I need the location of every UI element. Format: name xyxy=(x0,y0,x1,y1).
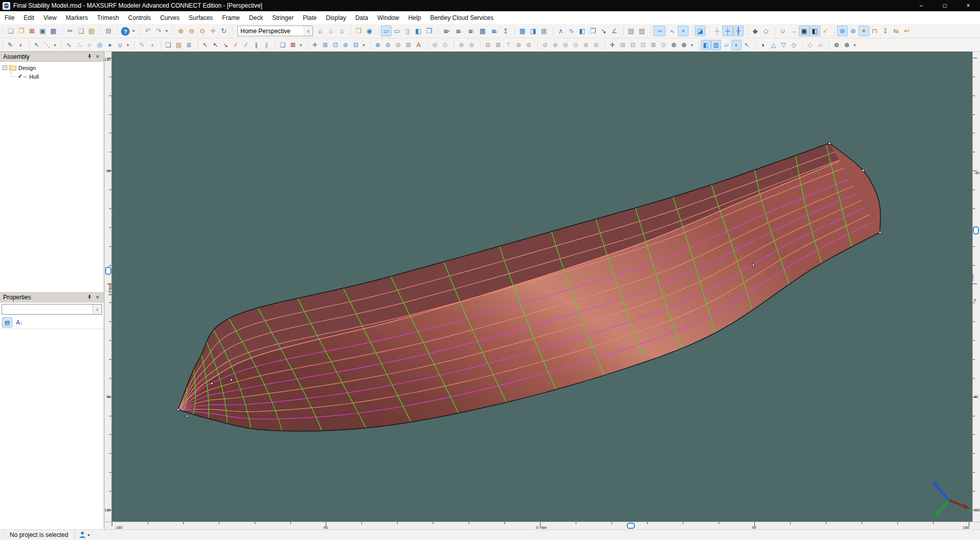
control-point[interactable] xyxy=(186,415,188,417)
menu-edit[interactable]: Edit xyxy=(19,12,39,24)
yaw-ruler[interactable]: -180-900 Yaw90180 xyxy=(105,522,980,529)
control-point[interactable] xyxy=(828,142,830,144)
visibility-flat-button[interactable]: ▱ xyxy=(721,40,731,50)
perspective-window-button[interactable]: ▱ xyxy=(381,26,391,36)
table-move-up-button[interactable]: ▦↑ xyxy=(465,26,477,36)
net-ring-button[interactable]: ⊚ xyxy=(340,40,351,50)
viewport-canvas[interactable] xyxy=(112,52,972,522)
dropdown-caret-icon[interactable]: ▾ xyxy=(52,40,58,50)
offsets-table-button[interactable]: ▦ xyxy=(517,26,528,36)
net-tee-button[interactable]: ⊤ xyxy=(503,40,513,50)
drop-point-button[interactable]: ↘ xyxy=(220,40,231,50)
arc-tool-button[interactable]: ∪ xyxy=(115,40,125,50)
label-size-button[interactable]: A xyxy=(413,40,424,50)
control-pair-button[interactable]: ⊜ xyxy=(467,40,477,50)
pitch-slider-handle[interactable] xyxy=(105,267,111,275)
dropdown-caret-icon[interactable]: ▾ xyxy=(689,40,695,50)
save-as-button[interactable]: ▦ xyxy=(48,26,59,36)
net-shift-button[interactable]: ⊟ xyxy=(351,40,361,50)
pin-icon[interactable] xyxy=(85,295,93,300)
view-selector-combobox[interactable]: Home Perspective∨ xyxy=(237,26,313,36)
user-account-button[interactable]: ▾ xyxy=(79,531,90,538)
copy-button[interactable]: ❑ xyxy=(76,26,86,36)
sort-alphabetical-button[interactable]: A↓ xyxy=(14,317,24,327)
fit-curve-button[interactable]: ∿ xyxy=(566,26,577,36)
trim-curve-button[interactable]: ◖ xyxy=(15,40,26,50)
trim-alt-button[interactable]: ◖ xyxy=(147,40,157,50)
pen-alt-button[interactable]: ✎ xyxy=(137,40,147,50)
yaw-slider-handle[interactable] xyxy=(627,523,635,529)
render-button[interactable]: ▧ xyxy=(636,26,647,36)
snap-points-button[interactable]: ┼ xyxy=(722,26,733,36)
menu-window[interactable]: Window xyxy=(373,12,404,24)
rotate-view-button[interactable]: ↻ xyxy=(218,26,229,36)
zoom-in-button[interactable]: ⊕ xyxy=(176,26,186,36)
outline-solid-button[interactable]: ▣ xyxy=(799,26,810,36)
visibility-select-button[interactable]: ↖ xyxy=(742,40,752,50)
pitch-ruler[interactable]: -180-900 Pitch90180 xyxy=(105,52,112,522)
duplicate-box-button[interactable]: ❑ xyxy=(278,40,288,50)
snap-grid-button[interactable]: ┼ xyxy=(712,26,722,36)
dot-tool-button[interactable]: ● xyxy=(105,40,115,50)
collapse-icon[interactable]: − xyxy=(3,65,7,70)
parallel-alt-button[interactable]: ∥ xyxy=(261,40,272,50)
properties-object-selector[interactable]: ∨ xyxy=(2,304,102,315)
clip-region-button[interactable]: ◧ xyxy=(577,26,587,36)
net-edit-4-button[interactable]: ⊙ xyxy=(571,40,581,50)
save-design-button[interactable]: ▣ xyxy=(37,26,48,36)
menu-stringer[interactable]: Stringer xyxy=(267,12,298,24)
flag-pole-button[interactable]: ◪ xyxy=(695,26,705,36)
select-red-button[interactable]: ↖ xyxy=(200,40,210,50)
new-design-button[interactable]: ❏ xyxy=(5,26,16,36)
table-button[interactable]: ▦ xyxy=(477,26,488,36)
visibility-curvature-button[interactable]: ◐ xyxy=(731,40,742,50)
points-tool-button[interactable]: ∴ xyxy=(74,40,84,50)
control-point[interactable] xyxy=(177,409,179,411)
net-row-button[interactable]: ⊟ xyxy=(628,40,638,50)
render-shaded-button[interactable]: ◆ xyxy=(750,26,761,36)
chevron-down-icon[interactable]: ∨ xyxy=(92,304,102,314)
surface-delete-button[interactable]: ⊠ xyxy=(403,40,413,50)
net-cross-button[interactable]: ⊠ xyxy=(648,40,658,50)
surface-slash-button[interactable]: ⊘ xyxy=(383,40,393,50)
select-cursor-button[interactable]: ↖ xyxy=(32,40,42,50)
flow-arrow-button[interactable]: → xyxy=(788,26,799,36)
visibility-net-button[interactable]: ▨ xyxy=(711,40,721,50)
home-view-button[interactable]: ⌂ xyxy=(315,26,326,36)
chevron-down-icon[interactable]: ∨ xyxy=(304,26,312,36)
net-zero-alt-button[interactable]: ⊚ xyxy=(831,40,842,50)
shift-up-button[interactable]: ↥ xyxy=(500,26,511,36)
maximize-button[interactable]: □ xyxy=(933,0,957,11)
dropdown-caret-icon[interactable]: ▾ xyxy=(361,40,366,50)
flag-down-button[interactable]: ▽ xyxy=(778,40,789,50)
settings-blue-button[interactable]: ⊛ xyxy=(837,26,848,36)
menu-help[interactable]: Help xyxy=(404,12,426,24)
net-plus-button[interactable]: ⊞ xyxy=(483,40,493,50)
settings-alt-button[interactable]: ⊚ xyxy=(848,26,859,36)
menu-curves[interactable]: Curves xyxy=(156,12,184,24)
snap-arrow-button[interactable]: ↘ xyxy=(598,26,609,36)
help-button[interactable]: ? xyxy=(121,27,130,36)
visibility-shaded-button[interactable]: ◧ xyxy=(701,40,711,50)
dropdown-caret-icon[interactable]: ▾ xyxy=(852,40,857,50)
menu-markers[interactable]: Markers xyxy=(61,12,92,24)
hand-net-button[interactable]: ✛ xyxy=(607,40,618,50)
surface-x-button[interactable]: ⊗ xyxy=(373,40,383,50)
parallel-lines-button[interactable]: ∥ xyxy=(251,40,261,50)
net-point-button[interactable]: ⊙ xyxy=(658,40,669,50)
control-point[interactable] xyxy=(230,379,232,381)
render-wireframe-button[interactable]: ◇ xyxy=(761,26,771,36)
show-outline-button[interactable]: ◗ xyxy=(758,40,768,50)
control-dot-button[interactable]: ⊙ xyxy=(440,40,450,50)
net-zero-button[interactable]: ⊚ xyxy=(669,40,679,50)
drag-hand-button[interactable]: ✛ xyxy=(310,40,320,50)
delete-box-button[interactable]: ⊠ xyxy=(288,40,298,50)
markers-visibility-button[interactable]: ×ₓ xyxy=(666,26,678,36)
trimesh-button[interactable]: ∧ xyxy=(555,26,566,36)
flag-up-button[interactable]: △ xyxy=(768,40,778,50)
net-edit-2-button[interactable]: ⊕ xyxy=(550,40,560,50)
plan-window-button[interactable]: ▭ xyxy=(391,26,402,36)
dropdown-caret-icon[interactable]: ▾ xyxy=(131,26,136,36)
snap-intersection-button[interactable]: ╂ xyxy=(733,26,744,36)
open-design-button[interactable]: ❐ xyxy=(16,26,27,36)
